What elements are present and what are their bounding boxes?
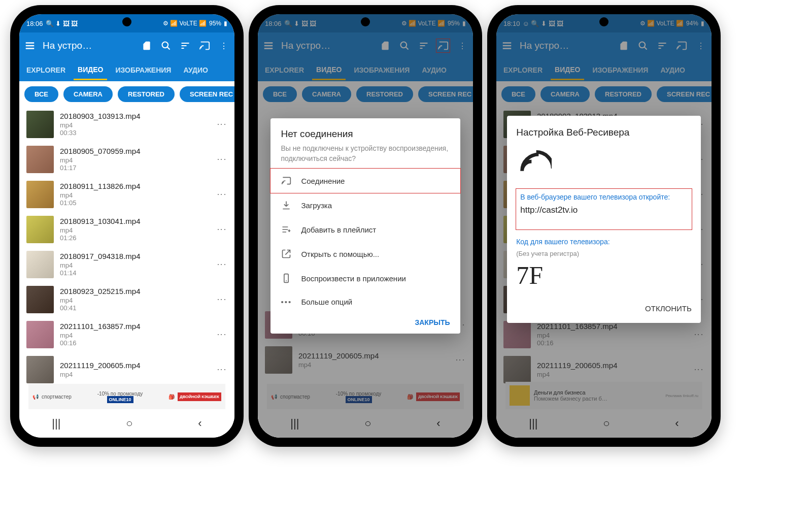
dialog-option-label: Загрузка <box>301 201 332 210</box>
file-ext: mp4 <box>60 226 210 234</box>
nav-home[interactable]: ○ <box>126 417 132 430</box>
file-overflow-icon[interactable]: ⋮ <box>216 155 227 164</box>
dialog-option-open[interactable]: Открыть с помощью... <box>270 242 460 266</box>
file-ext: mp4 <box>60 191 210 199</box>
cast-icon <box>281 176 292 186</box>
chip-camera[interactable]: CAMERA <box>63 86 113 102</box>
open-icon <box>281 249 292 259</box>
ad-right: ДВОЙНОЙ КЭШБЕК <box>178 392 221 401</box>
menu-icon[interactable] <box>23 40 37 51</box>
file-name: 20180913_103041.mp4 <box>60 217 210 225</box>
dialog-scrim[interactable]: Нет соединения Вы не подключены к устрой… <box>258 14 473 438</box>
file-thumbnail <box>26 321 54 348</box>
file-thumbnail <box>26 181 54 208</box>
file-name: 20211101_163857.mp4 <box>60 322 210 331</box>
dialog-option-label: Соединение <box>301 177 345 185</box>
toolbar-title: На устро… <box>43 40 134 51</box>
file-thumbnail <box>26 216 54 243</box>
file-name: 20180903_103913.mp4 <box>60 112 210 120</box>
file-row[interactable]: 20180917_094318.mp4 mp4 01:14 ⋮ <box>19 247 234 282</box>
camera-cutout <box>599 17 608 26</box>
phone-frame-2: 18:06🔍 ⬇ 🖼 🖼 ⚙ 📶 VoLTE 📶95%▮ На устро… ⋮… <box>249 5 482 447</box>
dialog-title: Нет соединения <box>270 128 460 144</box>
file-overflow-icon[interactable]: ⋮ <box>216 295 227 304</box>
svg-point-0 <box>162 42 168 48</box>
playlist-icon <box>281 224 292 235</box>
dialog-option-download[interactable]: Загрузка <box>270 193 460 217</box>
code-label: Код для вашего телевизора: <box>516 238 692 246</box>
file-duration: 01:26 <box>60 234 210 242</box>
sort-icon[interactable] <box>179 41 192 51</box>
file-thumbnail <box>26 111 54 138</box>
app-toolbar: На устро… ⋮ <box>19 32 234 59</box>
url-highlight-box: В веб-браузере вашего телевизора откройт… <box>516 189 692 229</box>
more-icon: ••• <box>281 298 292 306</box>
cast-logo-icon <box>516 147 692 176</box>
file-name: 20180905_070959.mp4 <box>60 147 210 155</box>
tab-explorer[interactable]: EXPLORER <box>22 61 70 79</box>
tab-аудио[interactable]: АУДИО <box>179 61 212 79</box>
ad-brand: спортмастер <box>42 394 72 400</box>
nav-back[interactable]: ‹ <box>198 417 201 430</box>
file-row[interactable]: 20180923_025215.mp4 mp4 00:41 ⋮ <box>19 282 234 317</box>
receiver-url: http://cast2tv.io <box>520 205 688 215</box>
file-row[interactable]: 20180905_070959.mp4 mp4 01:17 ⋮ <box>19 142 234 177</box>
file-duration: 00:33 <box>60 129 210 137</box>
file-overflow-icon[interactable]: ⋮ <box>216 190 227 199</box>
chip-screen-rec[interactable]: SCREEN REC <box>180 86 234 102</box>
camera-cutout <box>122 17 131 26</box>
file-ext: mp4 <box>60 156 210 164</box>
dialog-option-phone[interactable]: Воспроизвести в приложении <box>270 266 460 290</box>
file-row[interactable]: 20180911_113826.mp4 mp4 01:05 ⋮ <box>19 177 234 212</box>
dialog-option-playlist[interactable]: Добавить в плейлист <box>270 217 460 242</box>
dialog-option-label: Воспроизвести в приложении <box>301 274 405 283</box>
file-ext: mp4 <box>60 297 210 304</box>
dialog-scrim[interactable]: Настройка Веб-Ресивера В веб-браузере ва… <box>496 14 712 438</box>
connection-dialog: Нет соединения Вы не подключены к устрой… <box>270 118 460 334</box>
file-row[interactable]: 20180903_103913.mp4 mp4 00:33 ⋮ <box>19 107 234 142</box>
file-ext: mp4 <box>60 261 210 269</box>
dialog-option-more[interactable]: ••• Больше опций <box>270 290 460 313</box>
dialog-option-label: Добавить в плейлист <box>301 225 376 234</box>
file-name: 20211119_200605.mp4 <box>60 361 210 370</box>
file-row[interactable]: 20180913_103041.mp4 mp4 01:26 ⋮ <box>19 212 234 247</box>
chip-restored[interactable]: RESTORED <box>118 86 175 102</box>
tab-видео[interactable]: ВИДЕО <box>74 60 107 80</box>
file-overflow-icon[interactable]: ⋮ <box>216 365 227 374</box>
file-overflow-icon[interactable]: ⋮ <box>216 330 227 339</box>
phone-frame-1: 18:06🔍 ⬇ 🖼 🖼 ⚙ 📶 VoLTE 📶95%▮ На устро… ⋮… <box>10 5 244 447</box>
system-nav: ||| ○ ‹ <box>19 409 234 438</box>
chip-bar: ВСЕCAMERARESTOREDSCREEN REC <box>19 81 234 107</box>
receiver-dialog: Настройка Веб-Ресивера В веб-браузере ва… <box>507 116 701 323</box>
download-icon <box>281 200 292 210</box>
cast-icon[interactable] <box>198 40 211 51</box>
decline-button[interactable]: ОТКЛОНИТЬ <box>516 299 692 318</box>
nav-recents[interactable]: ||| <box>52 417 60 430</box>
code-note: (Без учета регистра) <box>516 250 692 257</box>
dialog-close-button[interactable]: ЗАКРЫТЬ <box>270 313 460 330</box>
file-ext: mp4 <box>60 121 210 129</box>
dialog-option-cast[interactable]: Соединение <box>270 169 460 193</box>
file-thumbnail <box>26 251 54 278</box>
status-battery: 95% <box>209 20 221 27</box>
sdcard-icon[interactable] <box>140 41 153 51</box>
file-ext: mp4 <box>60 371 210 378</box>
phone-icon <box>281 273 292 283</box>
file-row[interactable]: 20211119_200605.mp4 mp4 ⋮ <box>19 352 234 387</box>
file-duration: 00:41 <box>60 304 210 312</box>
file-row[interactable]: 20211101_163857.mp4 mp4 00:16 ⋮ <box>19 317 234 352</box>
file-overflow-icon[interactable]: ⋮ <box>216 120 227 129</box>
file-thumbnail <box>26 146 54 173</box>
search-icon[interactable] <box>159 41 173 51</box>
dialog-option-label: Больше опций <box>301 298 352 306</box>
tab-изображения[interactable]: ИЗОБРАЖЕНИЯ <box>111 61 175 79</box>
overflow-icon[interactable]: ⋮ <box>217 41 230 51</box>
receiver-title: Настройка Веб-Ресивера <box>516 127 692 138</box>
file-name: 20180911_113826.mp4 <box>60 182 210 190</box>
file-overflow-icon[interactable]: ⋮ <box>216 225 227 234</box>
status-time: 18:06 <box>26 20 43 27</box>
file-overflow-icon[interactable]: ⋮ <box>216 260 227 269</box>
file-thumbnail <box>26 286 54 313</box>
ad-banner[interactable]: 📢спортмастер -10% по промокодуONLINE10 🎒… <box>28 384 225 409</box>
chip-все[interactable]: ВСЕ <box>24 86 58 102</box>
